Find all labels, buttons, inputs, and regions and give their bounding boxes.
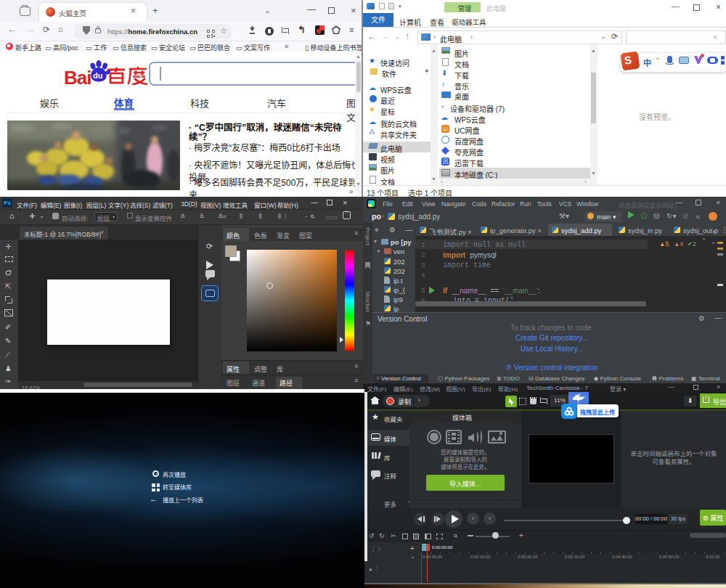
- svg-text:du: du: [93, 71, 102, 80]
